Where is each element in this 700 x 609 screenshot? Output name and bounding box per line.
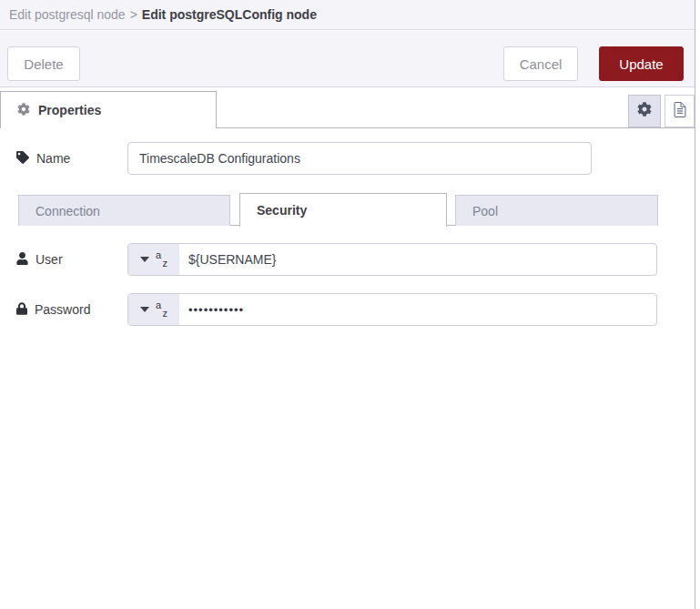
caret-down-icon <box>140 307 149 312</box>
gear-icon <box>17 103 30 118</box>
user-type-select-button[interactable]: az <box>128 244 179 275</box>
user-field-label: User <box>16 243 63 276</box>
name-field-label: Name <box>16 142 70 175</box>
dialog-toolbar: Delete Cancel Update <box>0 31 695 87</box>
tab-connection[interactable]: Connection <box>18 195 230 226</box>
tab-properties[interactable]: Properties <box>0 91 217 128</box>
user-label-text: User <box>36 252 63 267</box>
cancel-button[interactable]: Cancel <box>503 46 578 81</box>
document-icon <box>674 102 686 121</box>
name-input[interactable]: TimescaleDB Configurations <box>127 142 592 175</box>
string-type-icon: az <box>156 300 167 319</box>
breadcrumb: Edit postgresql node > Edit postgreSQLCo… <box>0 0 695 30</box>
user-input[interactable]: ${USERNAME} <box>179 252 276 267</box>
person-icon <box>16 252 28 268</box>
node-docs-button[interactable] <box>664 95 695 127</box>
tag-icon <box>16 151 29 167</box>
string-type-icon: az <box>156 250 167 269</box>
node-settings-button[interactable] <box>628 95 661 127</box>
password-field-label: Password <box>16 293 90 326</box>
breadcrumb-separator: > <box>130 7 137 22</box>
lock-icon <box>16 302 27 318</box>
password-input-group: az ••••••••••• <box>127 293 657 326</box>
breadcrumb-current: Edit postgreSQLConfig node <box>142 7 317 22</box>
editor-tabbar: Properties <box>0 88 695 128</box>
tab-pool[interactable]: Pool <box>455 195 658 226</box>
tab-security[interactable]: Security <box>239 193 447 227</box>
user-input-group: az ${USERNAME} <box>127 243 657 276</box>
update-button[interactable]: Update <box>599 46 684 81</box>
password-input[interactable]: ••••••••••• <box>179 303 244 317</box>
caret-down-icon <box>140 257 149 262</box>
name-label-text: Name <box>36 151 70 166</box>
tab-properties-label: Properties <box>38 103 101 117</box>
edit-config-tray: Edit postgresql node > Edit postgreSQLCo… <box>0 0 695 609</box>
gear-icon <box>637 102 652 120</box>
delete-button[interactable]: Delete <box>7 46 80 81</box>
password-label-text: Password <box>35 302 90 317</box>
config-section-tabs: Connection Security Pool <box>18 193 658 226</box>
password-type-select-button[interactable]: az <box>128 294 179 325</box>
breadcrumb-parent[interactable]: Edit postgresql node <box>9 7 126 22</box>
